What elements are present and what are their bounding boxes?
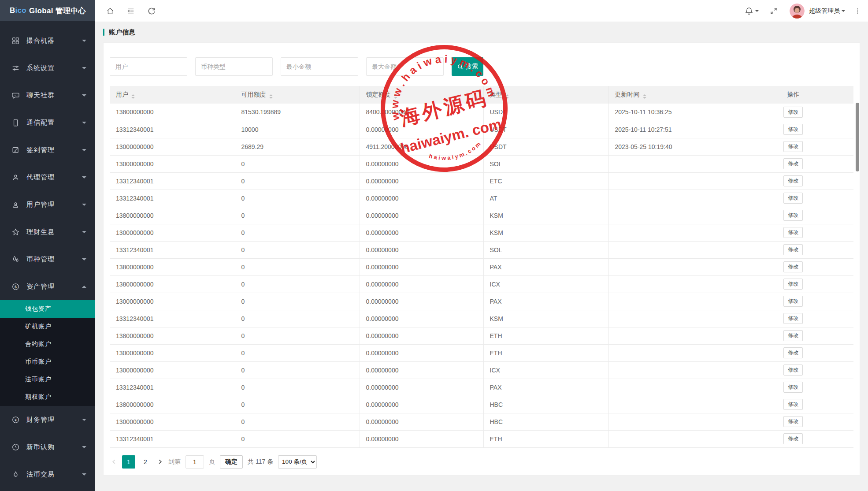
sidebar-item-user[interactable]: 用户管理 [0, 191, 95, 218]
edit-button[interactable]: 修改 [783, 365, 803, 376]
edit-button[interactable]: 修改 [783, 244, 803, 255]
edit-button[interactable]: 修改 [783, 124, 803, 135]
user-filter-input[interactable] [110, 57, 187, 76]
column-header: 操作 [733, 86, 853, 104]
edit-button[interactable]: 修改 [783, 433, 803, 444]
column-header[interactable]: 用户 [110, 86, 235, 104]
sidebar-item-star[interactable]: 理财生息 [0, 218, 95, 246]
sort-icon[interactable] [505, 94, 509, 99]
edit-button[interactable]: 修改 [783, 261, 803, 272]
edit-button[interactable]: 修改 [783, 399, 803, 410]
sidebar-subitem[interactable]: 钱包资产 [0, 300, 95, 318]
edit-button[interactable]: 修改 [783, 107, 803, 118]
edit-button[interactable]: 修改 [783, 382, 803, 393]
edit-button[interactable]: 修改 [783, 347, 803, 358]
max-amount-filter-input[interactable] [366, 57, 444, 76]
sidebar-item-sliders[interactable]: 系统设置 [0, 54, 95, 82]
sidebar-subitem[interactable]: 合约账户 [0, 335, 95, 353]
avatar[interactable] [790, 4, 805, 19]
column-header[interactable]: 锁定额度 [360, 86, 483, 104]
sidebar-subitem[interactable]: 币币账户 [0, 353, 95, 371]
cell-user: 13000000000 [110, 344, 235, 361]
next-page-icon[interactable] [157, 458, 163, 465]
home-icon[interactable] [106, 7, 115, 15]
cell-available: 0 [235, 275, 360, 293]
cell-user: 13800000000 [110, 104, 235, 121]
edit-button[interactable]: 修改 [783, 193, 803, 204]
search-button[interactable]: 搜索 [452, 57, 483, 76]
column-header[interactable]: 可用额度 [235, 86, 360, 104]
min-amount-filter-input[interactable] [281, 57, 358, 76]
edit-button[interactable]: 修改 [783, 313, 803, 324]
page-button[interactable]: 1 [122, 455, 135, 469]
cell-updated [608, 413, 733, 430]
sidebar-subitem[interactable]: 法币账户 [0, 371, 95, 388]
cell-available: 0 [235, 190, 360, 207]
sort-icon[interactable] [269, 94, 273, 99]
edit-button[interactable]: 修改 [783, 158, 803, 169]
sidebar-item-checkin[interactable]: 签到管理 [0, 136, 95, 164]
topbar-right: 超级管理员 [745, 4, 862, 19]
edit-button[interactable]: 修改 [783, 416, 803, 427]
cell-action: 修改 [733, 258, 853, 275]
cell-updated [608, 361, 733, 379]
cell-type: KSM [483, 207, 608, 224]
cell-user: 13000000000 [110, 155, 235, 172]
user-menu[interactable]: 超级管理员 [809, 7, 845, 15]
more-options-icon[interactable] [853, 7, 862, 15]
edit-button[interactable]: 修改 [783, 330, 803, 341]
sidebar-item-label: 理财生息 [26, 228, 82, 236]
sidebar-item-clock[interactable]: 新币认购 [0, 433, 95, 461]
edit-button[interactable]: 修改 [783, 296, 803, 307]
notifications-button[interactable] [745, 7, 759, 15]
cell-available: 10000 [235, 121, 360, 138]
page-button[interactable]: 2 [139, 455, 152, 469]
cell-type: ETH [483, 430, 608, 447]
cell-available: 0 [235, 207, 360, 224]
sidebar-item-agent[interactable]: 代理管理 [0, 164, 95, 191]
column-header[interactable]: 类型 [483, 86, 608, 104]
cell-type: SOL [483, 241, 608, 258]
coin-type-filter-input[interactable] [195, 57, 273, 76]
user-icon [11, 201, 20, 209]
cell-action: 修改 [733, 121, 853, 138]
yen-icon [11, 416, 20, 424]
collapse-menu-icon[interactable] [126, 7, 135, 15]
page-size-select[interactable]: 100 条/页 [278, 455, 317, 469]
edit-button[interactable]: 修改 [783, 279, 803, 290]
cell-available: 0 [235, 224, 360, 241]
confirm-page-button[interactable]: 确定 [220, 455, 243, 469]
sort-icon[interactable] [394, 94, 397, 99]
cell-action: 修改 [733, 190, 853, 207]
cell-locked: 0.00000000 [360, 430, 483, 447]
sidebar-item-dollar[interactable]: 资产管理 [0, 273, 95, 300]
cell-updated [608, 207, 733, 224]
sidebar-subitem[interactable]: 期权账户 [0, 388, 95, 406]
cell-type: KSM [483, 310, 608, 327]
sidebar-item-phone[interactable]: 通信配置 [0, 109, 95, 136]
table-scrollbar-thumb[interactable] [856, 103, 859, 171]
sidebar-item-grid[interactable]: 撮合机器 [0, 27, 95, 54]
cell-type: HBC [483, 413, 608, 430]
edit-button[interactable]: 修改 [783, 175, 803, 186]
page-number-input[interactable] [185, 455, 204, 469]
chevron-down-icon [82, 67, 86, 69]
cell-updated [608, 327, 733, 344]
edit-button[interactable]: 修改 [783, 210, 803, 221]
cell-locked: 0.00000000 [360, 396, 483, 413]
cell-locked: 4911.20000000 [360, 138, 483, 155]
sidebar-item-fire[interactable]: 法币交易 [0, 461, 95, 488]
sidebar-subitem[interactable]: 矿机账户 [0, 318, 95, 335]
sidebar-item-yen[interactable]: 财务管理 [0, 406, 95, 433]
edit-button[interactable]: 修改 [783, 141, 803, 152]
sort-icon[interactable] [643, 94, 646, 99]
sort-icon[interactable] [131, 94, 135, 99]
prev-page-icon[interactable] [111, 458, 117, 465]
refresh-icon[interactable] [147, 7, 156, 15]
column-header[interactable]: 更新时间 [608, 86, 733, 104]
table-row: 13312340001100000.00000000USDT2025-10-11… [110, 121, 853, 138]
sidebar-item-drops[interactable]: 币种管理 [0, 246, 95, 273]
sidebar-item-chat[interactable]: 聊天社群 [0, 82, 95, 109]
fullscreen-icon[interactable] [769, 7, 778, 15]
edit-button[interactable]: 修改 [783, 227, 803, 238]
